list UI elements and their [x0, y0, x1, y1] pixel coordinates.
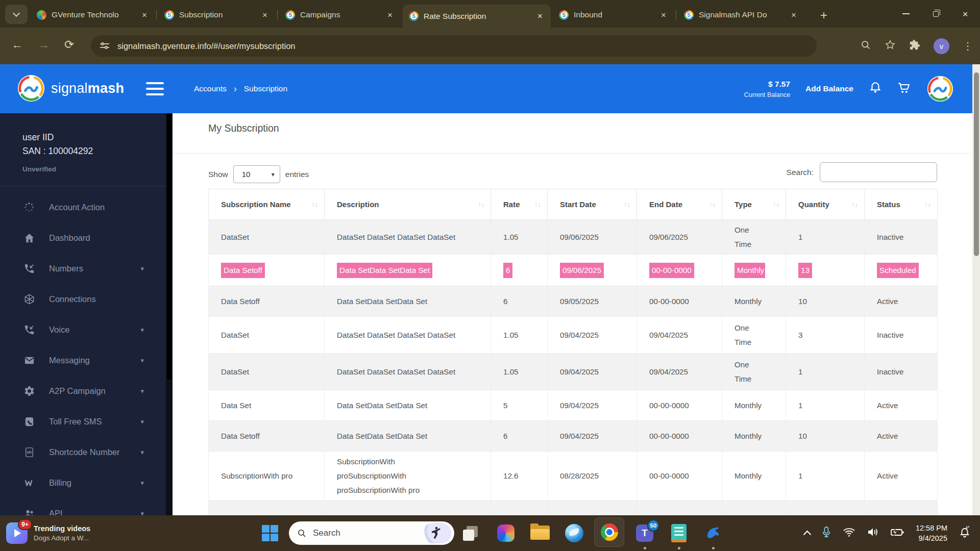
tab-gventure[interactable]: GVenture Technolo × [31, 5, 155, 25]
column-header-start-date[interactable]: Start Date↑↓ [548, 189, 637, 220]
tab-inbound[interactable]: Inbound × [553, 5, 674, 25]
copilot-button[interactable] [496, 515, 516, 551]
teams-icon: T 50 [636, 524, 653, 542]
sort-icon[interactable]: ↑↓ [311, 201, 318, 208]
widget-subheadline: Dogs Adopt a W... [34, 534, 90, 542]
tab-rate-subscription-active[interactable]: Rate Subscription × [403, 5, 551, 28]
brand-logo[interactable]: signalmash [17, 74, 124, 102]
thunderbird-button[interactable] [565, 515, 584, 551]
chrome-button-active[interactable] [594, 517, 624, 547]
tab-close-icon[interactable]: × [260, 10, 270, 20]
microphone-icon[interactable] [821, 526, 831, 540]
breadcrumb-subscription[interactable]: Subscription [244, 84, 287, 93]
widgets-button[interactable]: 9+ Trending videos Dogs Adopt a W... [6, 515, 90, 551]
zoom-icon[interactable] [861, 40, 871, 53]
tab-close-icon[interactable]: × [659, 10, 668, 20]
sort-icon[interactable]: ↑↓ [624, 201, 630, 208]
page-scrollbar-thumb[interactable] [974, 72, 979, 256]
tab-signalmash-api[interactable]: Signalmash API Do × [678, 5, 804, 25]
bookmark-star-icon[interactable] [885, 39, 896, 53]
sidebar-item-toll-free-sms[interactable]: Toll Free SMS ▾ [0, 406, 173, 437]
column-header-status[interactable]: Status↑↓ [865, 189, 938, 220]
sort-icon[interactable]: ↑↓ [851, 201, 858, 208]
column-header-quantity[interactable]: Quantity↑↓ [786, 189, 865, 220]
sort-icon[interactable]: ↑↓ [478, 201, 484, 208]
breadcrumb-accounts[interactable]: Accounts [194, 84, 227, 93]
battery-icon[interactable] [890, 527, 904, 539]
account-avatar[interactable] [927, 76, 953, 102]
profile-avatar[interactable]: v [934, 38, 949, 54]
sidebar-item-a2p-campaign[interactable]: A2P Campaign ▾ [0, 375, 173, 406]
sidebar-item-numbers[interactable]: Numbers ▾ [0, 253, 173, 284]
tab-close-icon[interactable]: × [140, 10, 149, 20]
taskbar-search[interactable]: Search [289, 521, 454, 545]
close-button[interactable]: × [950, 0, 980, 28]
teams-notification-badge: 50 [647, 519, 659, 532]
cart-icon[interactable] [897, 81, 912, 96]
minimize-button[interactable] [891, 0, 921, 28]
notification-bell-icon[interactable]: zz [959, 525, 971, 541]
browser-menu-icon[interactable]: ⋮ [963, 40, 973, 52]
sort-icon[interactable]: ↑↓ [709, 201, 716, 208]
status-badge: Inactive [877, 230, 903, 244]
folder-icon [530, 525, 550, 541]
volume-icon[interactable] [867, 527, 879, 540]
new-tab-button[interactable]: + [815, 6, 833, 24]
extensions-icon[interactable] [909, 39, 920, 53]
sidebar-item-voice[interactable]: Voice ▾ [0, 314, 173, 345]
table-header-row: Subscription Name↑↓ Description↑↓ Rate↑↓… [209, 189, 938, 220]
column-header-description[interactable]: Description↑↓ [325, 189, 491, 220]
teams-button[interactable]: T 50 [635, 515, 654, 551]
taskbar: 9+ Trending videos Dogs Adopt a W... Sea… [0, 515, 980, 551]
hamburger-menu-icon[interactable] [146, 82, 164, 95]
add-balance-button[interactable]: Add Balance [805, 84, 853, 93]
restore-button[interactable] [921, 0, 950, 28]
sort-icon[interactable]: ↑↓ [924, 201, 931, 208]
column-header-end-date[interactable]: End Date↑↓ [637, 189, 722, 220]
status-badge: Active [877, 511, 898, 516]
task-view-button[interactable] [461, 515, 480, 551]
file-explorer-button[interactable] [530, 515, 550, 551]
dolphin-app-button[interactable] [703, 515, 723, 551]
sidebar-item-dashboard[interactable]: Dashboard [0, 222, 173, 253]
notifications-bell-icon[interactable] [869, 81, 882, 96]
notepad-button[interactable] [670, 515, 688, 551]
search-input[interactable] [820, 162, 937, 182]
tab-close-icon[interactable]: × [535, 11, 545, 21]
site-info-icon[interactable] [100, 42, 109, 49]
running-app-dot [678, 547, 680, 549]
page-scrollbar[interactable] [972, 64, 980, 515]
entries-select[interactable]: 10 ▾ [233, 165, 280, 183]
sort-icon[interactable]: ↑↓ [534, 201, 541, 208]
tray-overflow-chevron-icon[interactable] [803, 531, 812, 539]
sidebar-item-shortcode-number[interactable]: Shortcode Number ▾ [0, 437, 173, 467]
back-button[interactable]: ← [11, 38, 23, 52]
column-header-subscription-name[interactable]: Subscription Name↑↓ [209, 189, 325, 220]
sidebar-item-messaging[interactable]: Messaging ▾ [0, 345, 173, 375]
wifi-icon[interactable] [843, 527, 855, 539]
sidebar-divider [0, 186, 173, 187]
tab-campaigns[interactable]: Campaigns × [279, 5, 401, 25]
start-button[interactable] [260, 515, 280, 551]
forward-button[interactable]: → [38, 38, 50, 52]
clock-date: 9/4/2025 [916, 533, 947, 543]
address-bar[interactable]: signalmash.gventure.info/#/user/mysubscr… [91, 35, 817, 57]
tab-close-icon[interactable]: × [385, 10, 395, 20]
tab-search-button[interactable] [5, 5, 28, 24]
sidebar-item-account-action[interactable]: Account Action [0, 192, 173, 222]
tab-subscription[interactable]: Subscription × [158, 5, 276, 25]
column-header-rate[interactable]: Rate↑↓ [491, 189, 548, 220]
sidebar-item-billing[interactable]: Billing ▾ [0, 467, 173, 498]
chevron-down-icon: ▾ [140, 479, 144, 487]
reload-button[interactable]: ⟳ [64, 38, 74, 52]
sidebar-scrollbar[interactable] [166, 113, 173, 515]
gventure-favicon-icon [37, 10, 46, 20]
tab-close-icon[interactable]: × [789, 10, 798, 20]
sidebar-scrollbar-thumb[interactable] [167, 113, 172, 380]
taskbar-clock[interactable]: 12:58 PM 9/4/2025 [916, 523, 947, 543]
table-row: DataSet DataSet DataSet DataSet DataSet … [209, 317, 938, 354]
sidebar-item-connections[interactable]: Connections [0, 284, 173, 314]
column-header-type[interactable]: Type↑↓ [722, 189, 786, 220]
sort-icon[interactable]: ↑↓ [773, 201, 779, 208]
windows-logo-icon [262, 525, 278, 541]
